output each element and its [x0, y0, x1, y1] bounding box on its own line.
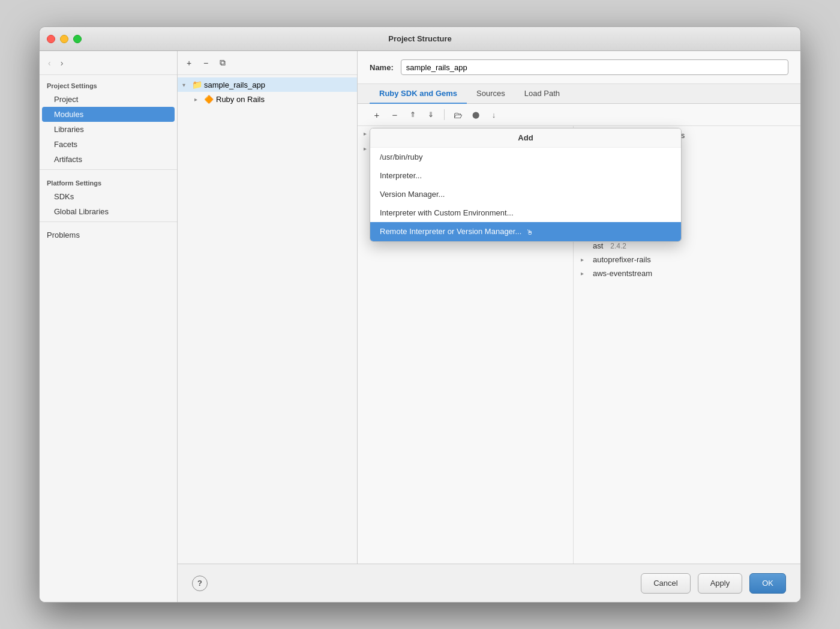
sdk-folder-button[interactable]: 🗁 [451, 107, 465, 122]
sidebar-item-artifacts[interactable]: Artifacts [40, 152, 177, 167]
toolbar-separator [444, 109, 445, 120]
sidebar-item-project[interactable]: Project [40, 92, 177, 107]
platform-settings-header: Platform Settings [40, 172, 177, 189]
bottom-bar: ? Cancel Apply OK [178, 564, 800, 602]
close-button[interactable] [47, 35, 55, 43]
dropdown-item-usr-bin-ruby[interactable]: /usr/bin/ruby [370, 148, 681, 166]
module-tree: + − ⧉ ▾ 📁 sample_rails_app ▸ 🔶 [178, 51, 358, 564]
folder-icon: 📁 [192, 80, 202, 89]
chevron-right-icon: ▸ [194, 96, 202, 103]
dropdown-item-version-manager[interactable]: Version Manager... [370, 185, 681, 203]
cursor-icon: 🖱 [526, 228, 533, 236]
nav-arrows: ‹ › [40, 51, 177, 75]
tab-load-path[interactable]: Load Path [515, 84, 569, 104]
window-title: Project Structure [388, 34, 451, 43]
dropdown-header: Add [370, 128, 681, 148]
sdk-move-up-button[interactable]: ⇑ [406, 107, 420, 122]
tab-ruby-sdk[interactable]: Ruby SDK and Gems [370, 84, 467, 104]
ok-button[interactable]: OK [749, 573, 786, 594]
dropdown-item-remote-interpreter[interactable]: Remote Interpreter or Version Manager...… [370, 222, 681, 241]
gem-row-autoprefixer-rails[interactable]: ▸ autoprefixer-rails [574, 253, 800, 266]
window-body: ‹ › Project Settings Project Modules Lib… [40, 51, 800, 602]
sidebar-divider-2 [40, 221, 177, 222]
name-input[interactable] [401, 59, 788, 75]
tabs-bar: Ruby SDK and Gems Sources Load Path [358, 84, 800, 104]
tree-content: ▾ 📁 sample_rails_app ▸ 🔶 Ruby on Rails [178, 75, 357, 564]
tree-toolbar: + − ⧉ [178, 51, 357, 75]
gem-row-aws-eventstream[interactable]: ▸ aws-eventstream [574, 266, 800, 280]
sdk-toolbar: + − ⇑ ⇓ 🗁 ⬤ ↓ Add /usr/bin/ruby Interpre… [358, 104, 800, 126]
traffic-lights [47, 35, 82, 43]
sidebar-divider-1 [40, 169, 177, 170]
sdk-circle-button[interactable]: ⬤ [469, 107, 483, 122]
cancel-button[interactable]: Cancel [641, 573, 690, 594]
detail-panel: Name: Ruby SDK and Gems Sources Load Pat… [358, 51, 800, 564]
chevron-right-icon: ▸ [581, 270, 588, 277]
tab-sources[interactable]: Sources [467, 84, 515, 104]
sdk-remove-button[interactable]: − [388, 107, 402, 122]
apply-button[interactable]: Apply [698, 573, 743, 594]
chevron-right-icon: ▸ [581, 256, 588, 263]
tree-item-ruby-on-rails[interactable]: ▸ 🔶 Ruby on Rails [178, 92, 357, 106]
back-arrow[interactable]: ‹ [46, 57, 53, 69]
sdk-add-button[interactable]: + [370, 107, 384, 122]
minimize-button[interactable] [60, 35, 68, 43]
tree-copy-button[interactable]: ⧉ [216, 56, 229, 70]
sidebar-item-global-libraries[interactable]: Global Libraries [40, 204, 177, 219]
dropdown-item-interpreter[interactable]: Interpreter... [370, 166, 681, 185]
add-dropdown: Add /usr/bin/ruby Interpreter... Version… [370, 128, 682, 242]
sidebar: ‹ › Project Settings Project Modules Lib… [40, 51, 178, 602]
sidebar-item-problems[interactable]: Problems [40, 224, 177, 242]
project-settings-header: Project Settings [40, 75, 177, 92]
sdk-move-down-button[interactable]: ⇓ [424, 107, 438, 122]
tree-remove-button[interactable]: − [199, 56, 212, 70]
main-content: + − ⧉ ▾ 📁 sample_rails_app ▸ 🔶 [178, 51, 800, 602]
name-label: Name: [370, 63, 394, 72]
project-structure-window: Project Structure ‹ › Project Settings P… [39, 26, 801, 603]
sidebar-item-facets[interactable]: Facets [40, 137, 177, 152]
name-row: Name: [358, 51, 800, 84]
dropdown-item-interpreter-custom[interactable]: Interpreter with Custom Environment... [370, 203, 681, 222]
rails-icon: 🔶 [204, 94, 214, 104]
tree-item-sample-rails-app[interactable]: ▾ 📁 sample_rails_app [178, 77, 357, 92]
sidebar-item-libraries[interactable]: Libraries [40, 122, 177, 137]
title-bar: Project Structure [40, 27, 800, 51]
sdk-download-button[interactable]: ↓ [487, 107, 501, 122]
chevron-down-icon: ▾ [182, 82, 190, 88]
bottom-actions: Cancel Apply OK [641, 573, 786, 594]
sidebar-item-modules[interactable]: Modules [42, 107, 175, 122]
content-area: + − ⧉ ▾ 📁 sample_rails_app ▸ 🔶 [178, 51, 800, 564]
sidebar-item-sdks[interactable]: SDKs [40, 189, 177, 204]
forward-arrow[interactable]: › [58, 57, 66, 69]
maximize-button[interactable] [73, 35, 82, 43]
help-button[interactable]: ? [192, 576, 208, 591]
tree-add-button[interactable]: + [182, 56, 196, 70]
